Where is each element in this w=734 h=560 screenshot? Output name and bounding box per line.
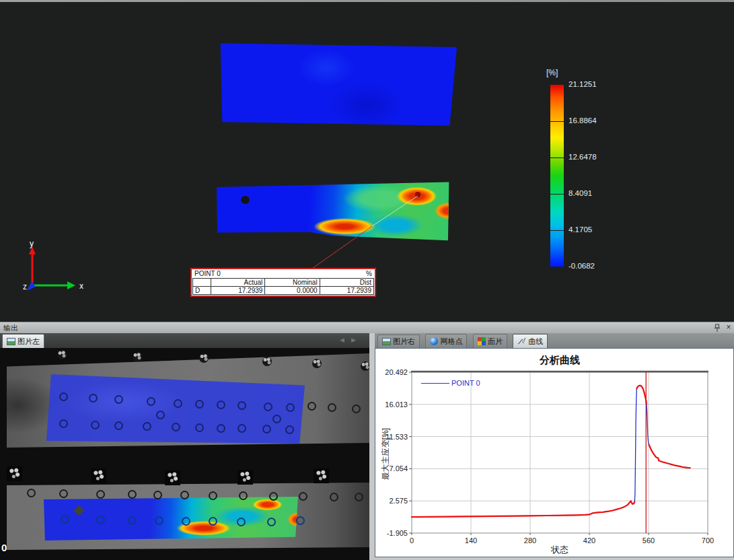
dot-marker: [27, 489, 36, 497]
window-top-strip: [0, 0, 734, 2]
axis-x-label: x: [79, 281, 83, 291]
colorbar-tick-label: 4.1705: [568, 225, 592, 234]
row-label: D: [193, 287, 211, 295]
dot-marker: [147, 397, 155, 406]
plot-border: [412, 372, 708, 533]
specimen-top-strain-map: [219, 42, 457, 127]
axis-y-label: y: [30, 240, 34, 248]
dot-marker: [153, 491, 162, 499]
dot-marker: [217, 400, 225, 409]
tab-image-left-label: 图片左: [17, 337, 40, 347]
coded-target: [133, 352, 142, 361]
dot-marker: [352, 405, 361, 413]
coded-target-square: [7, 466, 22, 481]
dot-marker: [180, 491, 189, 499]
tab-grid-points-label: 网格点: [440, 337, 462, 347]
dot-marker: [272, 415, 281, 423]
facets-icon: [478, 337, 486, 345]
value-nominal: 0.0000: [265, 287, 320, 295]
specimen-hole: [241, 196, 250, 204]
image-icon: [382, 338, 391, 345]
coded-target: [361, 361, 369, 371]
right-tab-strip: 图片右 网格点 面片 曲线: [375, 333, 734, 348]
dot-marker: [128, 516, 137, 525]
series-line-measured: [412, 501, 634, 518]
curve-icon: [517, 337, 526, 345]
dot-marker: [237, 401, 246, 410]
close-icon[interactable]: ×: [725, 322, 733, 333]
tab-image-left[interactable]: 图片左: [2, 334, 44, 348]
chart-title: 分析曲线: [412, 354, 708, 367]
dot-marker: [128, 490, 137, 499]
dot-marker: [237, 424, 246, 433]
dot-marker: [59, 392, 68, 401]
dot-marker: [174, 399, 182, 408]
y-tick-label: 7.054: [389, 464, 408, 473]
coded-target: [199, 353, 209, 363]
dot-marker: [96, 490, 105, 499]
dot-marker: [182, 517, 190, 526]
dot-marker: [209, 491, 217, 500]
coded-target-square: [237, 470, 253, 485]
dot-marker: [195, 423, 204, 432]
chart-legend: POINT 0: [421, 379, 480, 387]
frame-index-label: 0: [1, 542, 7, 553]
image-icon: [7, 338, 15, 345]
dot-marker: [267, 518, 276, 526]
tab-image-right[interactable]: 图片右: [377, 335, 420, 349]
coded-target: [57, 350, 67, 359]
colorbar: [550, 85, 564, 267]
specimen-bottom-strain-map: [217, 182, 449, 242]
col-header-dist: Dist: [320, 279, 373, 287]
col-header-nominal: Nominal: [265, 279, 320, 287]
colorbar-tick-label: 12.6478: [568, 153, 597, 161]
coded-target-square: [165, 470, 180, 485]
colorbar-tick-label: 21.1251: [568, 80, 597, 88]
analysis-chart[interactable]: 分析曲线 最大主应变[%] 状态 POINT 0 014028042056070…: [375, 348, 734, 557]
coded-target: [312, 359, 322, 368]
tab-facets[interactable]: 面片: [473, 334, 507, 348]
dot-marker: [237, 518, 246, 526]
y-tick-label: 20.492: [385, 368, 408, 376]
tab-grid-points[interactable]: 网格点: [425, 334, 467, 348]
point0-table-title: POINT 0: [194, 270, 221, 278]
tab-image-right-label: 图片右: [393, 337, 415, 347]
grid-points-icon: [430, 337, 438, 345]
dot-marker: [195, 400, 204, 409]
tab-facets-label: 面片: [488, 337, 503, 347]
dot-marker: [155, 516, 163, 525]
tab-curve[interactable]: 曲线: [513, 334, 548, 348]
y-tick-label: -1.905: [387, 529, 408, 537]
colorbar-tick-line: [550, 230, 564, 231]
point0-marker[interactable]: [415, 192, 420, 197]
dot-marker: [296, 516, 305, 525]
dot-marker: [269, 492, 278, 501]
viewport-3d[interactable]: [%] 21.125116.886412.64788.40914.1705-0.…: [0, 0, 734, 322]
chart-x-axis-label: 状态: [412, 544, 708, 556]
dot-marker: [264, 403, 272, 411]
left-tab-strip: 图片左 ◀ ▶: [0, 333, 369, 348]
dot-marker: [59, 419, 68, 428]
dot-marker: [299, 492, 307, 501]
dot-marker: [355, 493, 363, 501]
dot-marker: [59, 489, 68, 498]
dot-marker: [61, 515, 69, 524]
dot-marker: [114, 421, 123, 430]
tab-curve-label: 曲线: [528, 337, 543, 347]
left-image-panel: 图片左 ◀ ▶ 0: [0, 333, 369, 560]
dot-marker: [209, 517, 217, 526]
colorbar-tick-label: -0.0682: [568, 262, 595, 270]
dot-marker: [143, 422, 151, 431]
colorbar-tick-line: [550, 121, 564, 122]
tab-scroll-right-icon[interactable]: ▶: [351, 337, 356, 343]
pin-icon[interactable]: [713, 324, 721, 332]
camera-image-left[interactable]: 0: [0, 348, 369, 560]
coded-target-square: [314, 468, 329, 483]
colorbar-tick-label: 8.4091: [568, 189, 592, 197]
colorbar-tick-line: [550, 158, 564, 158]
col-header-actual: Actual: [211, 279, 265, 287]
y-tick-label: 2.575: [389, 497, 408, 505]
legend-line-swatch: [421, 383, 449, 384]
tab-scroll-left-icon[interactable]: ◀: [340, 337, 344, 343]
output-panel-title: 输出: [3, 322, 18, 333]
